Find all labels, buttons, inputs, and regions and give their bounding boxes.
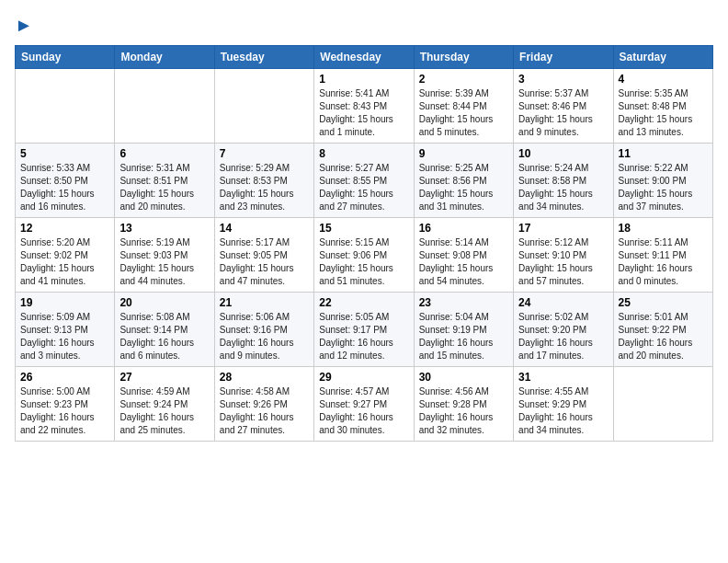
week-row-1: 1Sunrise: 5:41 AM Sunset: 8:43 PM Daylig… bbox=[16, 68, 713, 143]
calendar-cell: 29Sunrise: 4:57 AM Sunset: 9:27 PM Dayli… bbox=[314, 366, 414, 441]
day-info: Sunrise: 5:04 AM Sunset: 9:19 PM Dayligh… bbox=[419, 311, 508, 362]
calendar-cell: 7Sunrise: 5:29 AM Sunset: 8:53 PM Daylig… bbox=[214, 143, 313, 217]
page-header: ► bbox=[15, 15, 713, 36]
day-info: Sunrise: 4:59 AM Sunset: 9:24 PM Dayligh… bbox=[119, 385, 209, 437]
calendar-cell: 2Sunrise: 5:39 AM Sunset: 8:44 PM Daylig… bbox=[414, 68, 513, 143]
calendar-cell: 13Sunrise: 5:19 AM Sunset: 9:03 PM Dayli… bbox=[115, 217, 214, 292]
week-row-2: 5Sunrise: 5:33 AM Sunset: 8:50 PM Daylig… bbox=[16, 143, 713, 217]
day-info: Sunrise: 5:01 AM Sunset: 9:22 PM Dayligh… bbox=[619, 311, 708, 362]
day-info: Sunrise: 5:39 AM Sunset: 8:44 PM Dayligh… bbox=[419, 87, 508, 139]
calendar-cell: 17Sunrise: 5:12 AM Sunset: 9:10 PM Dayli… bbox=[514, 217, 613, 292]
calendar-cell: 16Sunrise: 5:14 AM Sunset: 9:08 PM Dayli… bbox=[414, 217, 513, 292]
day-number: 8 bbox=[319, 147, 408, 160]
day-number: 30 bbox=[419, 371, 508, 384]
day-info: Sunrise: 5:20 AM Sunset: 9:02 PM Dayligh… bbox=[20, 236, 109, 288]
calendar-cell: 15Sunrise: 5:15 AM Sunset: 9:06 PM Dayli… bbox=[314, 217, 414, 292]
calendar-cell: 28Sunrise: 4:58 AM Sunset: 9:26 PM Dayli… bbox=[214, 366, 313, 441]
day-info: Sunrise: 5:35 AM Sunset: 8:48 PM Dayligh… bbox=[619, 87, 708, 139]
day-number: 14 bbox=[220, 222, 309, 235]
day-info: Sunrise: 5:29 AM Sunset: 8:53 PM Dayligh… bbox=[220, 162, 309, 213]
calendar-cell: 31Sunrise: 4:55 AM Sunset: 9:29 PM Dayli… bbox=[514, 366, 613, 441]
day-info: Sunrise: 5:27 AM Sunset: 8:55 PM Dayligh… bbox=[319, 162, 408, 213]
calendar-cell: 25Sunrise: 5:01 AM Sunset: 9:22 PM Dayli… bbox=[613, 292, 712, 366]
day-info: Sunrise: 4:55 AM Sunset: 9:29 PM Dayligh… bbox=[518, 385, 608, 437]
calendar-cell: 1Sunrise: 5:41 AM Sunset: 8:43 PM Daylig… bbox=[314, 68, 414, 143]
day-number: 25 bbox=[619, 296, 708, 309]
calendar-cell: 19Sunrise: 5:09 AM Sunset: 9:13 PM Dayli… bbox=[16, 292, 115, 366]
week-row-4: 19Sunrise: 5:09 AM Sunset: 9:13 PM Dayli… bbox=[16, 292, 713, 366]
calendar-cell bbox=[214, 68, 313, 143]
day-info: Sunrise: 5:37 AM Sunset: 8:46 PM Dayligh… bbox=[518, 87, 608, 139]
calendar-cell: 9Sunrise: 5:25 AM Sunset: 8:56 PM Daylig… bbox=[414, 143, 513, 217]
weekday-header-row: SundayMondayTuesdayWednesdayThursdayFrid… bbox=[16, 45, 713, 68]
calendar-cell: 12Sunrise: 5:20 AM Sunset: 9:02 PM Dayli… bbox=[16, 217, 115, 292]
day-info: Sunrise: 5:19 AM Sunset: 9:03 PM Dayligh… bbox=[119, 236, 209, 288]
day-number: 2 bbox=[419, 73, 508, 86]
calendar-cell: 3Sunrise: 5:37 AM Sunset: 8:46 PM Daylig… bbox=[514, 68, 613, 143]
day-number: 27 bbox=[119, 371, 209, 384]
day-number: 1 bbox=[319, 73, 408, 86]
calendar-cell: 4Sunrise: 5:35 AM Sunset: 8:48 PM Daylig… bbox=[613, 68, 712, 143]
day-info: Sunrise: 5:14 AM Sunset: 9:08 PM Dayligh… bbox=[419, 236, 508, 288]
logo-triangle-icon: ► bbox=[15, 15, 33, 35]
day-number: 31 bbox=[518, 371, 608, 384]
weekday-header-sunday: Sunday bbox=[16, 45, 115, 68]
calendar-cell: 30Sunrise: 4:56 AM Sunset: 9:28 PM Dayli… bbox=[414, 366, 513, 441]
day-info: Sunrise: 5:12 AM Sunset: 9:10 PM Dayligh… bbox=[518, 236, 608, 288]
day-info: Sunrise: 4:58 AM Sunset: 9:26 PM Dayligh… bbox=[220, 385, 309, 437]
day-info: Sunrise: 5:33 AM Sunset: 8:50 PM Dayligh… bbox=[20, 162, 109, 213]
day-number: 26 bbox=[20, 371, 109, 384]
day-number: 28 bbox=[220, 371, 309, 384]
calendar-cell: 23Sunrise: 5:04 AM Sunset: 9:19 PM Dayli… bbox=[414, 292, 513, 366]
day-number: 20 bbox=[119, 296, 209, 309]
day-info: Sunrise: 5:41 AM Sunset: 8:43 PM Dayligh… bbox=[319, 87, 408, 139]
day-info: Sunrise: 5:09 AM Sunset: 9:13 PM Dayligh… bbox=[20, 311, 109, 362]
weekday-header-tuesday: Tuesday bbox=[214, 45, 313, 68]
day-info: Sunrise: 5:31 AM Sunset: 8:51 PM Dayligh… bbox=[119, 162, 209, 213]
day-number: 15 bbox=[319, 222, 408, 235]
day-info: Sunrise: 5:22 AM Sunset: 9:00 PM Dayligh… bbox=[619, 162, 708, 213]
calendar-cell: 6Sunrise: 5:31 AM Sunset: 8:51 PM Daylig… bbox=[115, 143, 214, 217]
calendar-cell: 20Sunrise: 5:08 AM Sunset: 9:14 PM Dayli… bbox=[115, 292, 214, 366]
calendar-table: SundayMondayTuesdayWednesdayThursdayFrid… bbox=[15, 45, 713, 442]
weekday-header-friday: Friday bbox=[514, 45, 613, 68]
day-info: Sunrise: 5:02 AM Sunset: 9:20 PM Dayligh… bbox=[518, 311, 608, 362]
day-number: 9 bbox=[419, 147, 508, 160]
week-row-5: 26Sunrise: 5:00 AM Sunset: 9:23 PM Dayli… bbox=[16, 366, 713, 441]
day-info: Sunrise: 5:24 AM Sunset: 8:58 PM Dayligh… bbox=[518, 162, 608, 213]
calendar-cell: 24Sunrise: 5:02 AM Sunset: 9:20 PM Dayli… bbox=[514, 292, 613, 366]
weekday-header-wednesday: Wednesday bbox=[314, 45, 414, 68]
day-number: 11 bbox=[619, 147, 708, 160]
day-info: Sunrise: 4:56 AM Sunset: 9:28 PM Dayligh… bbox=[419, 385, 508, 437]
day-number: 29 bbox=[319, 371, 408, 384]
calendar-cell: 21Sunrise: 5:06 AM Sunset: 9:16 PM Dayli… bbox=[214, 292, 313, 366]
calendar-cell bbox=[613, 366, 712, 441]
calendar-cell: 11Sunrise: 5:22 AM Sunset: 9:00 PM Dayli… bbox=[613, 143, 712, 217]
day-info: Sunrise: 5:00 AM Sunset: 9:23 PM Dayligh… bbox=[20, 385, 109, 437]
day-number: 19 bbox=[20, 296, 109, 309]
weekday-header-saturday: Saturday bbox=[613, 45, 712, 68]
day-number: 4 bbox=[619, 73, 708, 86]
day-info: Sunrise: 5:25 AM Sunset: 8:56 PM Dayligh… bbox=[419, 162, 508, 213]
day-number: 7 bbox=[220, 147, 309, 160]
week-row-3: 12Sunrise: 5:20 AM Sunset: 9:02 PM Dayli… bbox=[16, 217, 713, 292]
day-number: 12 bbox=[20, 222, 109, 235]
calendar-cell: 8Sunrise: 5:27 AM Sunset: 8:55 PM Daylig… bbox=[314, 143, 414, 217]
calendar-cell: 26Sunrise: 5:00 AM Sunset: 9:23 PM Dayli… bbox=[16, 366, 115, 441]
weekday-header-monday: Monday bbox=[115, 45, 214, 68]
calendar-cell: 14Sunrise: 5:17 AM Sunset: 9:05 PM Dayli… bbox=[214, 217, 313, 292]
calendar-cell: 18Sunrise: 5:11 AM Sunset: 9:11 PM Dayli… bbox=[613, 217, 712, 292]
day-info: Sunrise: 4:57 AM Sunset: 9:27 PM Dayligh… bbox=[319, 385, 408, 437]
day-number: 24 bbox=[518, 296, 608, 309]
day-number: 13 bbox=[119, 222, 209, 235]
calendar-cell bbox=[115, 68, 214, 143]
day-info: Sunrise: 5:17 AM Sunset: 9:05 PM Dayligh… bbox=[220, 236, 309, 288]
day-number: 16 bbox=[419, 222, 508, 235]
day-info: Sunrise: 5:15 AM Sunset: 9:06 PM Dayligh… bbox=[319, 236, 408, 288]
day-number: 10 bbox=[518, 147, 608, 160]
day-number: 6 bbox=[119, 147, 209, 160]
logo: ► bbox=[15, 15, 33, 36]
day-info: Sunrise: 5:08 AM Sunset: 9:14 PM Dayligh… bbox=[119, 311, 209, 362]
calendar-cell: 27Sunrise: 4:59 AM Sunset: 9:24 PM Dayli… bbox=[115, 366, 214, 441]
day-number: 18 bbox=[619, 222, 708, 235]
